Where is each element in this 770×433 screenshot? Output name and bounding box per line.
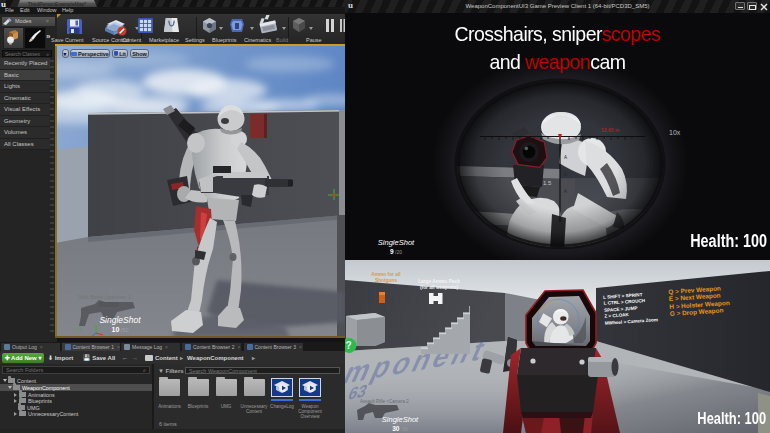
svg-text:?: ? bbox=[346, 340, 352, 351]
